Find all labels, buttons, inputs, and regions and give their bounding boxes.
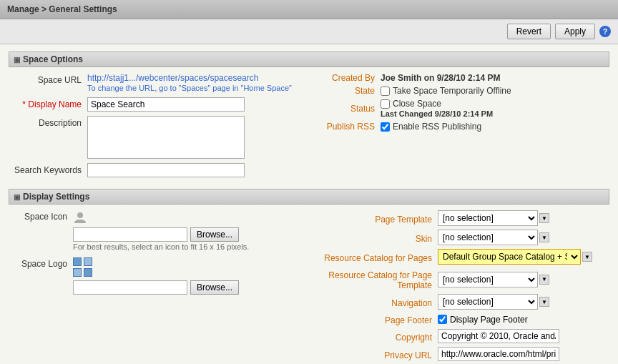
state-label: State	[316, 86, 381, 96]
created-by-row: Created By Joe Smith on 9/28/10 2:14 PM	[316, 73, 609, 83]
state-offline-text: Take Space Temporarily Offline	[393, 86, 511, 96]
privacy-url-label: Privacy URL	[295, 348, 438, 360]
display-name-input[interactable]	[87, 97, 245, 112]
resource-catalog-pages-row: Resource Catalog for Pages Default Group…	[295, 249, 609, 265]
publish-rss-text: Enable RSS Publishing	[393, 122, 481, 132]
publish-rss-label: Publish RSS	[316, 122, 381, 132]
status-close-text: Close Space	[393, 99, 441, 109]
resource-catalog-template-select[interactable]: [no selection]	[438, 272, 538, 287]
skin-arrow[interactable]: ▼	[539, 232, 549, 242]
state-row: State Take Space Temporarily Offline	[316, 86, 609, 96]
display-settings-header: ▣ Display Settings	[9, 189, 609, 205]
display-collapse-icon[interactable]: ▣	[14, 193, 20, 201]
copyright-input[interactable]	[438, 329, 559, 343]
svg-point-0	[77, 212, 83, 218]
skin-label: Skin	[295, 232, 438, 244]
copyright-row: Copyright	[295, 329, 609, 343]
created-by-value: Joe Smith on 9/28/10 2:14 PM	[381, 73, 500, 83]
icon-file-input[interactable]	[73, 227, 187, 242]
space-options-header: ▣ Space Options	[9, 51, 609, 67]
space-icon-row: Space Icon Browse... For best re	[9, 210, 280, 252]
publish-rss-row: Publish RSS Enable RSS Publishing	[316, 122, 609, 132]
space-logo-row: Space Logo Browse...	[9, 257, 280, 295]
copyright-label: Copyright	[295, 330, 438, 343]
display-settings-title: Display Settings	[23, 192, 89, 202]
state-offline-checkbox[interactable]	[381, 87, 390, 96]
url-label: Space URL	[9, 73, 87, 85]
title-bar: Manage > General Settings	[0, 0, 618, 19]
resource-catalog-pages-arrow[interactable]: ▼	[582, 252, 592, 262]
status-close-checkbox[interactable]	[381, 99, 390, 109]
url-hint: To change the URL, go to "Spaces" page i…	[87, 84, 292, 92]
space-logo-label: Space Logo	[9, 257, 73, 269]
display-settings-section: ▣ Display Settings Space Icon	[9, 189, 609, 364]
page-footer-text: Display Page Footer	[450, 315, 528, 325]
resource-catalog-pages-label: Resource Catalog for Pages	[295, 251, 438, 263]
revert-button[interactable]: Revert	[507, 24, 551, 39]
search-keywords-label: Search Keywords	[9, 163, 87, 175]
privacy-url-input[interactable]	[438, 347, 559, 361]
resource-catalog-pages-select[interactable]: Default Group Space Catalog + Search	[438, 249, 581, 265]
apply-button[interactable]: Apply	[555, 24, 595, 39]
resource-catalog-template-label: Resource Catalog for Page Template	[295, 268, 438, 290]
created-by-label: Created By	[316, 73, 381, 83]
page-footer-checkbox[interactable]	[438, 315, 447, 324]
logo-placeholder	[73, 257, 93, 277]
navigation-label: Navigation	[295, 296, 438, 308]
page-template-label: Page Template	[295, 212, 438, 225]
space-icon-label: Space Icon	[9, 210, 73, 222]
title-text: Manage > General Settings	[7, 4, 117, 14]
navigation-arrow[interactable]: ▼	[539, 297, 549, 307]
logo-file-input[interactable]	[73, 280, 187, 295]
help-icon[interactable]: ?	[599, 26, 611, 37]
description-input[interactable]	[87, 116, 245, 159]
person-icon	[73, 210, 87, 225]
page-template-select[interactable]: [no selection]	[438, 210, 538, 226]
skin-row: Skin [no selection] ▼	[295, 230, 609, 245]
page-footer-row: Page Footer Display Page Footer	[295, 313, 609, 325]
toolbar: Revert Apply ?	[0, 19, 618, 44]
description-label: Description	[9, 116, 87, 128]
page-template-row: Page Template [no selection] ▼	[295, 210, 609, 226]
resource-catalog-template-arrow[interactable]: ▼	[539, 275, 549, 285]
search-keywords-input[interactable]	[87, 163, 245, 177]
display-name-row: Display Name	[9, 97, 302, 112]
status-last-changed: Last Changed 9/28/10 2:14 PM	[381, 109, 493, 118]
url-link[interactable]: http://stajj1.../webcenter/spaces/spaces…	[87, 73, 258, 83]
space-options-section: ▣ Space Options Space URL http://stajj1.…	[9, 51, 609, 182]
resource-catalog-template-row: Resource Catalog for Page Template [no s…	[295, 268, 609, 290]
skin-select[interactable]: [no selection]	[438, 230, 538, 245]
navigation-select[interactable]: [no selection]	[438, 294, 538, 310]
privacy-url-row: Privacy URL	[295, 347, 609, 361]
icon-hint: For best results, select an icon to fit …	[73, 242, 249, 251]
description-row: Description	[9, 116, 302, 159]
status-label: Status	[316, 104, 381, 114]
navigation-row: Navigation [no selection] ▼	[295, 294, 609, 310]
display-name-label: Display Name	[9, 97, 87, 109]
logo-browse-button[interactable]: Browse...	[190, 280, 239, 295]
collapse-icon[interactable]: ▣	[14, 56, 20, 64]
status-row: Status Close Space Last Changed 9/28/10 …	[316, 99, 609, 119]
page-template-arrow[interactable]: ▼	[539, 213, 549, 223]
icon-browse-button[interactable]: Browse...	[190, 227, 239, 242]
page-footer-label: Page Footer	[295, 313, 438, 325]
url-row: Space URL http://stajj1.../webcenter/spa…	[9, 73, 302, 93]
search-keywords-row: Search Keywords	[9, 163, 302, 177]
space-options-title: Space Options	[23, 54, 83, 64]
publish-rss-checkbox[interactable]	[381, 122, 390, 132]
